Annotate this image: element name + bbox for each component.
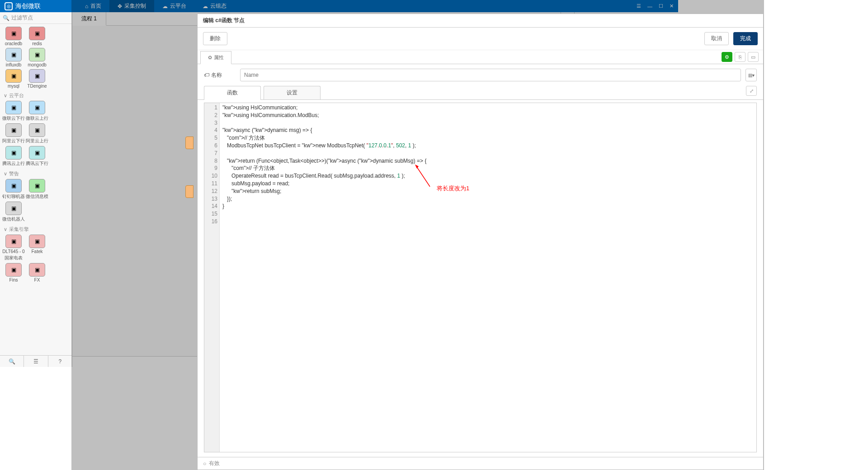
- search-icon: 🔍: [3, 15, 9, 21]
- category-警告[interactable]: ∨ 警告: [2, 168, 70, 178]
- node-icon: ▣: [29, 146, 45, 160]
- node-icon: ▣: [5, 27, 22, 40]
- palette-node-腾讯云下行[interactable]: ▣ 腾讯云下行: [26, 146, 48, 167]
- properties-tab[interactable]: ✿属性: [200, 51, 231, 64]
- node-icon: ▣: [29, 123, 45, 137]
- palette-filter[interactable]: 🔍 过滤节点: [0, 12, 72, 24]
- node-label: 腾讯云上行: [2, 160, 25, 167]
- node-icon: ▣: [5, 69, 22, 83]
- node-label: mongodb: [28, 62, 47, 67]
- node-label: Fatek: [31, 249, 42, 254]
- code-editor[interactable]: 12345678910111213141516 "kw">using HslCo…: [204, 103, 678, 367]
- dialog-toolbar: 删除 取消 完成: [198, 28, 678, 50]
- dialog-prop-tabs: ✿属性 ⚙ ⎘ ▭: [198, 50, 678, 64]
- node-icon: ▣: [29, 69, 45, 83]
- node-label: redis: [32, 41, 42, 46]
- node-label: 腾讯云下行: [26, 160, 48, 167]
- node-label: 微联云上行: [26, 115, 48, 122]
- node-label: mysql: [8, 84, 19, 89]
- category-云平台[interactable]: ∨ 云平台: [2, 89, 70, 100]
- node-icon: ▣: [5, 179, 22, 193]
- node-icon: ▣: [5, 263, 22, 277]
- palette-node-微联云下行[interactable]: ▣ 微联云下行: [3, 101, 24, 122]
- node-label: influxdb: [6, 62, 21, 67]
- node-icon: ▣: [5, 123, 22, 137]
- palette-node-微信消息模[interactable]: ▣ 微信消息模: [26, 179, 48, 200]
- palette-node-阿里云上行[interactable]: ▣ 阿里云上行: [26, 123, 48, 144]
- node-icon: ▣: [29, 179, 45, 193]
- node-label: 钉钉聊机器: [2, 193, 25, 200]
- node-label: 阿里云下行: [2, 138, 25, 144]
- node-label: TDengine: [27, 84, 47, 89]
- dialog-title: 编辑 c#函数 节点: [198, 14, 678, 28]
- code-tabs: 函数 设置 ⤢: [198, 86, 678, 100]
- palette-list-button[interactable]: ☰: [24, 356, 48, 367]
- svg-line-0: [416, 166, 430, 187]
- annotation-arrow: [414, 164, 432, 191]
- svg-marker-1: [415, 164, 419, 169]
- palette-node-腾讯云上行[interactable]: ▣ 腾讯云上行: [3, 146, 24, 167]
- palette-node-DLT645 - 0[interactable]: ▣ DLT645 - 0国家电表: [3, 235, 24, 261]
- brand-logo: ◎ 海创微联: [5, 2, 77, 10]
- palette-node-redis[interactable]: ▣ redis: [26, 27, 48, 46]
- name-label: 🏷名称: [204, 71, 236, 79]
- category-采集引擎[interactable]: ∨ 采集引擎: [2, 223, 70, 234]
- name-input[interactable]: [240, 69, 678, 81]
- palette-node-微信机器人[interactable]: ▣ 微信机器人: [3, 202, 24, 222]
- node-palette: 🔍 过滤节点 ▣ oracledb ▣ redis ▣ influxdb ▣ m…: [0, 12, 72, 367]
- node-label: FX: [34, 277, 40, 282]
- logo-icon: ◎: [5, 2, 13, 10]
- name-field-row: 🏷名称 ▤▾: [198, 64, 678, 86]
- palette-footer: 🔍 ☰ ?: [0, 355, 72, 367]
- node-icon: ▣: [5, 235, 22, 248]
- node-label: Fins: [9, 277, 18, 282]
- line-gutter: 12345678910111213141516: [204, 103, 220, 367]
- node-icon: ▣: [29, 263, 45, 277]
- node-icon: ▣: [29, 27, 45, 40]
- palette-node-阿里云下行[interactable]: ▣ 阿里云下行: [3, 123, 24, 144]
- node-label: oracledb: [5, 41, 22, 46]
- node-label: 微联云下行: [2, 115, 25, 122]
- node-icon: ▣: [5, 101, 22, 114]
- palette-node-mongodb[interactable]: ▣ mongodb: [26, 48, 48, 67]
- brand-text: 海创微联: [15, 2, 41, 10]
- palette-node-FX[interactable]: ▣ FX: [26, 263, 48, 282]
- canvas-node-peek-2: [185, 185, 193, 198]
- palette-node-TDengine[interactable]: ▣ TDengine: [26, 69, 48, 89]
- palette-node-oracledb[interactable]: ▣ oracledb: [3, 27, 24, 46]
- palette-search-button[interactable]: 🔍: [0, 356, 24, 367]
- gear-icon: ✿: [208, 55, 212, 61]
- node-icon: ▣: [29, 235, 45, 248]
- node-icon: ▣: [5, 146, 22, 160]
- palette-node-influxdb[interactable]: ▣ influxdb: [3, 48, 24, 67]
- tag-icon: 🏷: [204, 72, 209, 78]
- palette-node-Fatek[interactable]: ▣ Fatek: [26, 235, 48, 261]
- node-label: 阿里云上行: [26, 138, 48, 144]
- function-tab[interactable]: 函数: [204, 86, 261, 99]
- edit-node-dialog: 编辑 c#函数 节点 删除 取消 完成 ✿属性 ⚙ ⎘ ▭ 🏷名称 ▤▾ 函数 …: [197, 14, 678, 367]
- node-icon: ▣: [5, 202, 22, 215]
- palette-node-Fins[interactable]: ▣ Fins: [3, 263, 24, 282]
- node-icon: ▣: [29, 48, 45, 61]
- palette-node-钉钉聊机器[interactable]: ▣ 钉钉聊机器: [3, 179, 24, 200]
- node-icon: ▣: [5, 48, 22, 61]
- node-label: DLT645 - 0: [2, 249, 24, 254]
- node-label: 微信消息模: [26, 193, 48, 200]
- canvas-node-peek: [185, 136, 193, 149]
- settings-tab[interactable]: 设置: [264, 86, 321, 99]
- node-icon: ▣: [29, 101, 45, 114]
- node-label: 微信机器人: [2, 216, 25, 222]
- delete-button[interactable]: 删除: [203, 32, 227, 45]
- code-area[interactable]: "kw">using HslCommunication;"kw">using H…: [220, 103, 678, 367]
- palette-node-mysql[interactable]: ▣ mysql: [3, 69, 24, 89]
- palette-node-微联云上行[interactable]: ▣ 微联云上行: [26, 101, 48, 122]
- code-annotation: 将长度改为1: [437, 184, 469, 193]
- palette-help-button[interactable]: ?: [48, 356, 72, 367]
